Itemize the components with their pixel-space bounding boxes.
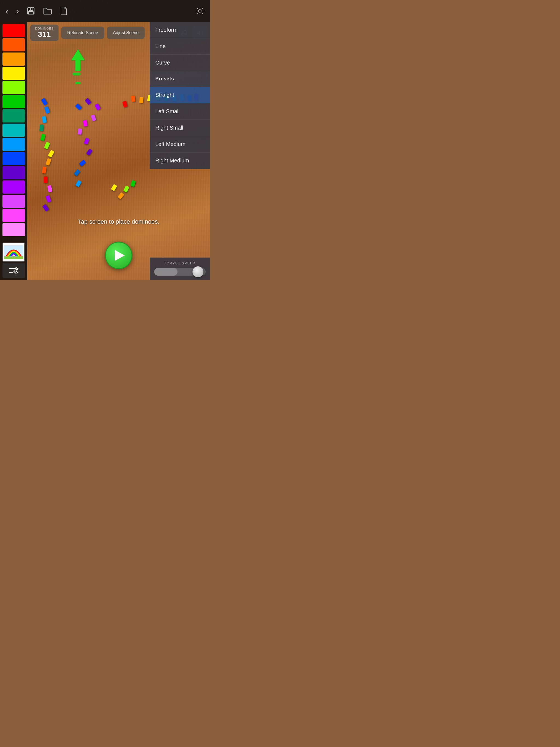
color-teal[interactable] xyxy=(2,124,25,137)
menu-item-right-medium[interactable]: Right Medium xyxy=(150,153,210,169)
domino-piece xyxy=(47,185,52,192)
topple-speed-label: TOPPLE SPEED xyxy=(154,261,206,265)
svg-rect-2 xyxy=(28,11,33,14)
topple-speed-container: TOPPLE SPEED xyxy=(150,258,210,280)
domino-piece xyxy=(44,106,50,113)
domino-piece xyxy=(86,149,93,156)
palette-bottom xyxy=(2,242,26,278)
toolbar-left: ‹ › xyxy=(5,6,68,15)
color-palette xyxy=(0,22,27,280)
menu-item-right-small[interactable]: Right Small xyxy=(150,120,210,136)
domino-piece xyxy=(40,124,44,131)
shuffle-button[interactable] xyxy=(2,263,25,278)
open-icon xyxy=(43,6,52,15)
domino-piece xyxy=(74,169,81,176)
color-pink[interactable] xyxy=(2,223,25,236)
color-magenta[interactable] xyxy=(2,209,25,222)
color-orange-red[interactable] xyxy=(2,38,25,51)
toolbar: ‹ › xyxy=(0,0,210,22)
domino-piece xyxy=(91,114,97,121)
domino-piece xyxy=(94,103,101,110)
domino-piece xyxy=(83,120,88,127)
new-icon xyxy=(60,6,68,15)
domino-piece xyxy=(130,180,136,187)
green-arrow xyxy=(71,49,85,75)
domino-piece xyxy=(139,97,144,103)
domino-piece xyxy=(40,134,46,141)
dominoes-label: DOMINOES xyxy=(35,27,54,30)
domino-piece xyxy=(48,150,54,157)
direction-indicator xyxy=(75,82,81,84)
rainbow-icon xyxy=(4,245,23,259)
color-yellow[interactable] xyxy=(2,67,25,80)
color-red[interactable] xyxy=(2,24,25,37)
domino-piece xyxy=(122,101,127,108)
domino-piece xyxy=(42,116,47,123)
domino-piece xyxy=(45,195,51,202)
adjust-scene-button[interactable]: Adjust Scene xyxy=(107,27,145,39)
dominoes-count: 311 xyxy=(35,30,54,39)
domino-piece xyxy=(45,158,51,165)
domino-piece xyxy=(111,184,117,191)
domino-piece xyxy=(118,192,124,199)
menu-item-presets-header: Presets xyxy=(150,71,210,87)
domino-piece xyxy=(44,141,50,149)
domino-piece xyxy=(78,128,82,134)
svg-point-4 xyxy=(199,9,201,12)
color-teal-dark[interactable] xyxy=(2,109,25,123)
menu-item-straight[interactable]: Straight xyxy=(150,87,210,103)
dominoes-counter: DOMINOES 311 xyxy=(30,25,58,41)
instruction-text: Tap screen to place dominoes. xyxy=(78,218,159,225)
domino-piece xyxy=(79,160,86,166)
rainbow-button[interactable] xyxy=(2,242,25,262)
back-button[interactable]: ‹ xyxy=(5,6,8,15)
menu-item-line[interactable]: Line xyxy=(150,38,210,55)
domino-piece xyxy=(75,180,81,187)
settings-button[interactable] xyxy=(195,6,205,16)
color-blue[interactable] xyxy=(2,152,25,165)
relocate-scene-button[interactable]: Relocate Scene xyxy=(61,27,104,39)
color-sky-blue[interactable] xyxy=(2,138,25,151)
topple-slider-thumb[interactable] xyxy=(193,266,203,277)
menu-item-freeform[interactable]: Freeform xyxy=(150,22,210,38)
menu-item-left-medium[interactable]: Left Medium xyxy=(150,136,210,153)
domino-piece xyxy=(41,98,48,106)
domino-piece xyxy=(85,98,92,105)
save-icon xyxy=(27,6,35,15)
domino-piece xyxy=(42,166,47,174)
svg-rect-3 xyxy=(30,8,31,10)
color-green[interactable] xyxy=(2,95,25,108)
shuffle-icon xyxy=(8,266,19,275)
svg-rect-7 xyxy=(4,256,23,259)
color-purple-light[interactable] xyxy=(2,195,25,208)
domino-piece xyxy=(42,204,49,212)
domino-piece xyxy=(75,103,82,110)
app-container: ‹ › xyxy=(0,0,210,280)
color-indigo[interactable] xyxy=(2,166,25,179)
forward-button[interactable]: › xyxy=(16,6,19,15)
domino-piece xyxy=(131,96,135,102)
color-violet[interactable] xyxy=(2,180,25,194)
new-button[interactable] xyxy=(60,6,68,15)
topple-speed-slider[interactable] xyxy=(154,268,206,276)
color-orange[interactable] xyxy=(2,52,25,66)
play-button[interactable] xyxy=(105,242,132,269)
right-panel: Freeform Line Curve Presets Straight Lef… xyxy=(150,22,210,280)
topple-slider-fill xyxy=(154,268,177,276)
save-button[interactable] xyxy=(27,6,35,15)
svg-marker-11 xyxy=(71,49,85,71)
settings-icon xyxy=(195,6,205,16)
domino-piece xyxy=(44,176,48,183)
open-button[interactable] xyxy=(43,6,52,15)
domino-piece xyxy=(84,137,90,145)
menu-item-left-small[interactable]: Left Small xyxy=(150,103,210,120)
menu-item-curve[interactable]: Curve xyxy=(150,55,210,71)
domino-piece xyxy=(123,185,129,192)
color-lime[interactable] xyxy=(2,81,25,94)
